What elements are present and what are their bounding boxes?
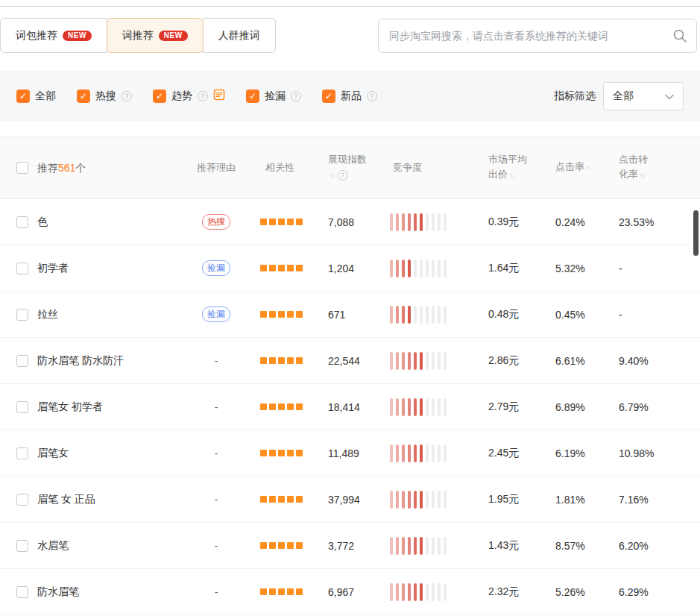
sort-icon[interactable]: ↑↓ — [640, 172, 645, 179]
competition-tick — [414, 260, 417, 277]
relevance-square — [287, 357, 294, 364]
competition-tick — [420, 398, 423, 416]
relevance-square — [278, 219, 285, 225]
relevance-square — [260, 219, 267, 225]
col-impressions[interactable]: 展现指数 ↑↓ ? — [317, 152, 384, 183]
checkbox-checked-icon[interactable]: ✓ — [322, 89, 335, 103]
checkbox-checked-icon[interactable]: ✓ — [153, 89, 166, 103]
competition-tick — [432, 491, 435, 509]
table-row: 色 热搜 7,088 0.39元 0.24% 23.53% — [0, 199, 700, 245]
row-checkbox[interactable] — [16, 401, 28, 413]
sort-icon[interactable]: ↑↓ — [329, 172, 335, 179]
bid-value: 2.45元 — [485, 447, 555, 460]
metric-filter-select[interactable]: 全部 — [603, 82, 684, 110]
competition-tick — [402, 444, 405, 462]
competition-tick — [444, 260, 447, 277]
select-all-label: 推荐561个 — [37, 160, 86, 175]
relevance-square — [278, 265, 285, 271]
competition-tick — [432, 260, 435, 277]
cvr-value: 10.98% — [619, 447, 693, 459]
col-relevance[interactable]: 相关性 — [246, 160, 317, 175]
row-checkbox[interactable] — [16, 263, 28, 274]
col-competition[interactable]: 竞争度 — [384, 160, 485, 175]
col-ctr[interactable]: 点击率↑↓ — [555, 160, 619, 175]
relevance-square — [278, 357, 285, 364]
help-icon[interactable]: ? — [198, 91, 208, 101]
competition-tick — [408, 213, 411, 231]
new-badge: NEW — [159, 31, 188, 41]
checkbox-checked-icon[interactable]: ✓ — [16, 89, 30, 103]
col-reason[interactable]: 推荐理由 — [186, 160, 246, 175]
help-icon[interactable]: ? — [338, 170, 348, 180]
help-icon[interactable]: ? — [122, 91, 132, 101]
table-row: 拉丝 捡漏 671 0.48元 0.45% - — [0, 292, 700, 338]
report-doc-icon[interactable] — [213, 89, 225, 104]
relevance-bar — [246, 496, 317, 503]
competition-bar — [384, 491, 485, 509]
row-checkbox[interactable] — [16, 309, 28, 321]
competition-tick — [438, 306, 441, 324]
checkbox-checked-icon[interactable]: ✓ — [246, 89, 259, 103]
filter-label: 捡漏 — [265, 89, 286, 103]
checkbox-checked-icon[interactable]: ✓ — [77, 89, 90, 103]
row-checkbox[interactable] — [16, 586, 28, 598]
tab-3[interactable]: 人群推词 — [203, 18, 276, 53]
competition-tick — [444, 491, 447, 509]
relevance-square — [296, 496, 303, 503]
relevance-square — [296, 403, 303, 410]
ctr-value: 6.19% — [555, 447, 619, 459]
relevance-square — [260, 357, 267, 364]
tab-1[interactable]: 词包推荐NEW — [0, 18, 107, 53]
search-icon[interactable] — [672, 28, 687, 46]
competition-tick — [426, 583, 429, 601]
competition-tick — [408, 260, 411, 277]
competition-tick — [420, 260, 423, 277]
cvr-value: 6.29% — [619, 586, 693, 598]
sort-icon[interactable]: ↑↓ — [509, 172, 514, 179]
ctr-value: 5.26% — [555, 586, 619, 598]
search-input[interactable] — [378, 19, 697, 53]
relevance-square — [278, 496, 285, 503]
col-cvr[interactable]: 点击转 化率↑↓ — [619, 152, 693, 183]
select-all-checkbox[interactable] — [16, 162, 28, 174]
relevance-square — [269, 219, 276, 225]
sort-icon[interactable]: ↑↓ — [586, 164, 591, 172]
filter-checkbox-item[interactable]: ✓新品? — [322, 89, 377, 103]
keyword-label: 水眉笔 — [37, 539, 69, 553]
table-row: 眉笔 女 正品 - 37,994 1.95元 1.81% 7.16% — [0, 477, 700, 523]
competition-tick — [444, 306, 447, 324]
filter-bar: ✓全部✓热搜?✓趋势?✓捡漏?✓新品? 指标筛选 全部 — [0, 71, 700, 121]
help-icon[interactable]: ? — [291, 91, 301, 101]
scrollbar-thumb[interactable] — [693, 210, 699, 256]
help-icon[interactable]: ? — [367, 91, 377, 101]
ctr-value: 8.57% — [555, 540, 619, 552]
competition-tick — [432, 583, 435, 601]
row-checkbox[interactable] — [16, 355, 28, 367]
competition-tick — [396, 260, 399, 277]
col-bid[interactable]: 市场平均 出价↑↓ — [485, 152, 555, 183]
relevance-square — [260, 450, 267, 456]
reason-badge: - — [215, 540, 218, 552]
competition-tick — [408, 491, 411, 509]
row-checkbox[interactable] — [16, 540, 28, 552]
row-checkbox[interactable] — [16, 216, 28, 228]
impression-value: 6,967 — [317, 586, 384, 598]
competition-tick — [420, 444, 423, 462]
filter-checkbox-item[interactable]: ✓趋势? — [153, 89, 225, 104]
competition-tick — [432, 398, 435, 416]
tab-2[interactable]: 词推荐NEW — [107, 18, 204, 53]
relevance-square — [287, 450, 294, 456]
header-row: 词包推荐NEW词推荐NEW人群推词 — [0, 18, 700, 53]
row-checkbox[interactable] — [16, 447, 28, 459]
tab-label: 人群推词 — [218, 29, 260, 43]
competition-tick — [396, 306, 399, 324]
competition-tick — [438, 260, 441, 277]
competition-tick — [396, 583, 399, 601]
competition-tick — [426, 444, 429, 462]
filter-checkbox-item[interactable]: ✓全部 — [16, 89, 56, 103]
relevance-square — [287, 265, 294, 271]
row-checkbox[interactable] — [16, 494, 28, 506]
relevance-square — [269, 357, 276, 364]
filter-checkbox-item[interactable]: ✓捡漏? — [246, 89, 301, 103]
filter-checkbox-item[interactable]: ✓热搜? — [77, 89, 132, 103]
